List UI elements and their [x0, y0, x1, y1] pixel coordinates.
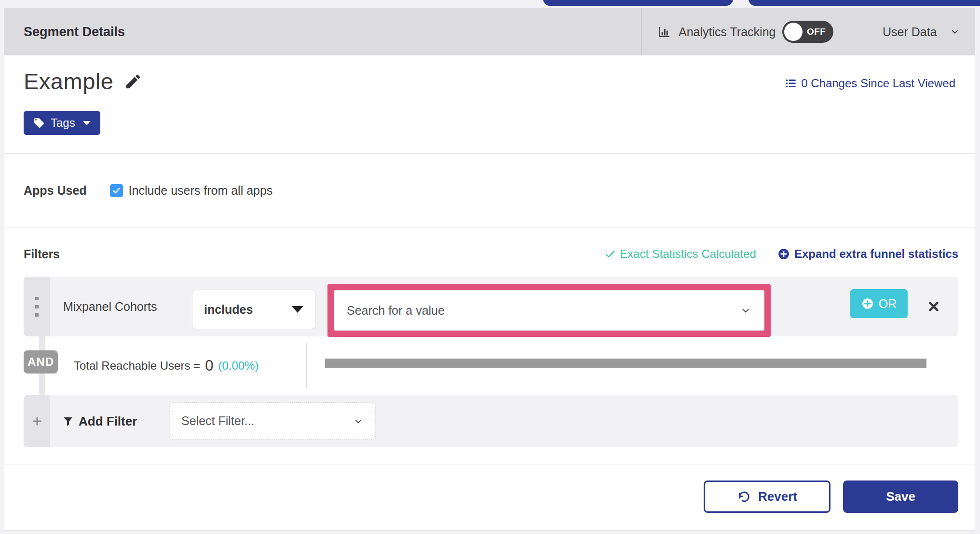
toggle-state-label: OFF	[807, 27, 826, 37]
segment-details-card: Segment Details Analytics Tracking OFF	[4, 8, 975, 531]
operator-value: includes	[204, 303, 253, 317]
exact-statistics-label: Exact Statistics Calculated	[620, 247, 756, 261]
reachable-users-value: 0	[205, 357, 213, 374]
drag-handle[interactable]	[24, 277, 50, 336]
or-button-label: OR	[879, 297, 897, 311]
exact-statistics-status: Exact Statistics Calculated	[604, 247, 756, 261]
add-filter-row: Add Filter Select Filter...	[24, 395, 958, 447]
value-placeholder: Search for a value	[347, 304, 445, 318]
changes-since-last-viewed-link[interactable]: 0 Changes Since Last Viewed	[785, 77, 955, 90]
toggle-knob	[784, 23, 803, 41]
reachable-users-label: Total Reachable Users =	[74, 359, 200, 373]
include-all-apps-label: Include users from all apps	[129, 184, 273, 198]
filters-heading: Filters	[24, 247, 60, 261]
expand-funnel-statistics-label: Expand extra funnel statistics	[794, 247, 958, 261]
value-select-highlight: Search for a value	[327, 284, 771, 337]
vertical-divider	[306, 343, 307, 388]
top-tab-pill[interactable]	[749, 0, 980, 6]
select-filter-dropdown[interactable]: Select Filter...	[169, 402, 376, 440]
segment-title-block: Example 0 Changes Since Last Viewed	[4, 55, 975, 154]
tag-icon	[33, 117, 45, 129]
select-filter-placeholder: Select Filter...	[181, 414, 254, 428]
edit-pencil-icon[interactable]	[124, 72, 142, 91]
close-icon	[927, 300, 940, 313]
user-data-label: User Data	[883, 25, 937, 39]
revert-button[interactable]: Revert	[704, 481, 830, 513]
chevron-down-icon	[353, 416, 364, 427]
segment-details-page: Segment Details Analytics Tracking OFF	[0, 0, 980, 534]
bar-chart-icon	[657, 25, 672, 39]
value-select[interactable]: Search for a value	[334, 290, 764, 331]
tags-button[interactable]: Tags	[24, 111, 100, 135]
expand-funnel-statistics-link[interactable]: Expand extra funnel statistics	[777, 247, 958, 261]
add-or-condition-button[interactable]: OR	[850, 289, 908, 318]
check-icon	[604, 248, 616, 260]
card-header: Segment Details Analytics Tracking OFF	[4, 8, 975, 55]
list-icon	[785, 77, 797, 90]
operator-select[interactable]: includes	[192, 290, 315, 329]
add-filter-plus-handle[interactable]	[24, 395, 50, 447]
segment-name: Example	[24, 68, 113, 94]
changes-link-label: 0 Changes Since Last Viewed	[801, 77, 955, 90]
chevron-down-icon	[950, 27, 960, 37]
revert-button-label: Revert	[758, 489, 797, 504]
caret-down-icon	[292, 306, 303, 313]
user-data-dropdown[interactable]: User Data	[866, 8, 975, 55]
analytics-tracking-label: Analytics Tracking	[679, 25, 776, 39]
add-filter-label-group: Add Filter	[62, 395, 137, 447]
chevron-down-icon	[740, 305, 751, 316]
include-all-apps-checkbox[interactable]	[110, 184, 123, 197]
page-title: Segment Details	[4, 8, 641, 55]
funnel-icon	[62, 415, 74, 427]
top-tab-pill[interactable]	[543, 0, 733, 6]
add-filter-label: Add Filter	[79, 414, 137, 429]
tags-button-label: Tags	[51, 116, 75, 130]
remove-filter-button[interactable]	[927, 277, 940, 336]
circle-plus-icon	[777, 248, 790, 260]
reachable-users-bar	[325, 359, 926, 368]
filters-section: Filters Exact Statistics Calculated	[4, 227, 975, 465]
save-button-label: Save	[886, 489, 915, 504]
reachable-users-section: AND Total Reachable Users = 0 (0.00%)	[24, 336, 958, 395]
plus-icon	[32, 416, 42, 427]
analytics-tracking-section: Analytics Tracking OFF	[641, 8, 866, 55]
caret-down-icon	[83, 121, 91, 125]
apps-used-label: Apps Used	[24, 184, 87, 198]
analytics-tracking-toggle[interactable]: OFF	[782, 21, 833, 43]
undo-icon	[737, 490, 750, 504]
circle-plus-icon	[861, 297, 874, 310]
reachable-users-percent: (0.00%)	[218, 359, 259, 373]
footer-actions: Revert Save	[4, 465, 975, 513]
filter-name: Mixpanel Cohorts	[63, 277, 157, 336]
apps-used-section: Apps Used Include users from all apps	[4, 154, 975, 227]
filter-row: Mixpanel Cohorts includes Search for a v…	[24, 277, 958, 336]
save-button[interactable]: Save	[843, 481, 958, 513]
and-badge: AND	[24, 350, 58, 374]
